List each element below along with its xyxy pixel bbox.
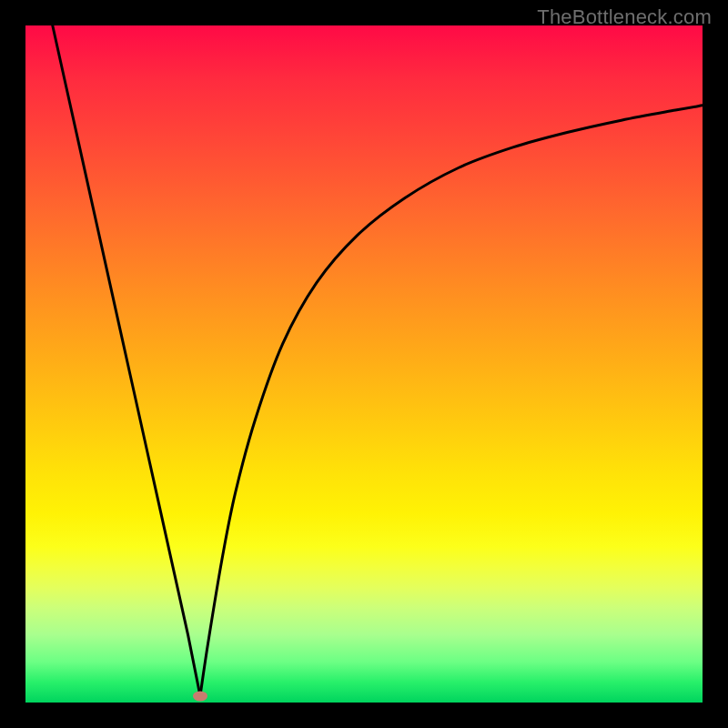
plot-area [25, 25, 703, 703]
curve-left-branch [53, 25, 200, 696]
curve-right-branch [200, 106, 703, 696]
chart-frame: TheBottleneck.com [0, 0, 728, 728]
curve-layer [25, 25, 703, 703]
minimum-marker [193, 691, 207, 701]
